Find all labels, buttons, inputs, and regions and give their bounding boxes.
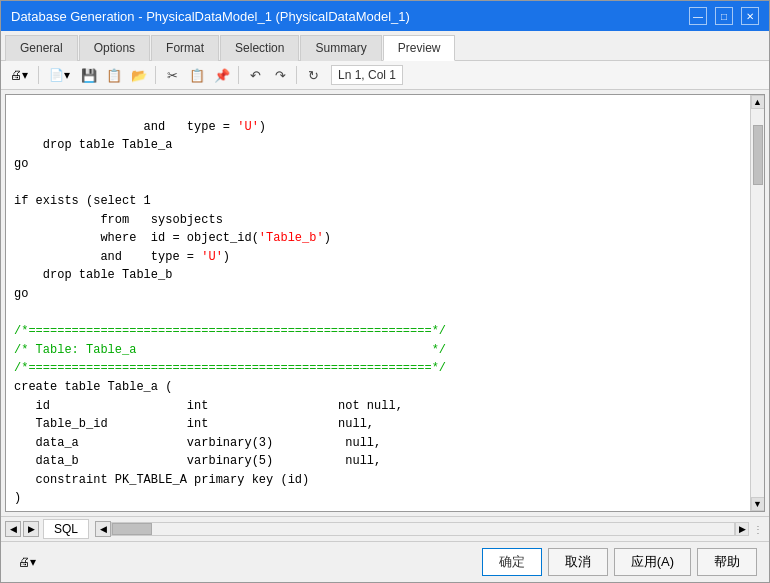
code-editor[interactable]: and type = 'U') drop table Table_a go if…	[6, 95, 750, 511]
tab-general[interactable]: General	[5, 35, 78, 61]
scrollbar-track[interactable]	[111, 522, 735, 536]
cut-button[interactable]: ✂	[161, 64, 183, 86]
save-as-button[interactable]: 📋	[103, 64, 125, 86]
toolbar-print-dropdown[interactable]: 🖨 ▾	[5, 65, 33, 85]
separator-2	[155, 66, 156, 84]
tab-format[interactable]: Format	[151, 35, 219, 61]
tab-summary[interactable]: Summary	[300, 35, 381, 61]
main-window: Database Generation - PhysicalDataModel_…	[0, 0, 770, 583]
editor-area: and type = 'U') drop table Table_a go if…	[5, 94, 765, 512]
footer: 🖨 ▾ 确定 取消 应用(A) 帮助	[1, 541, 769, 582]
tab-bar: General Options Format Selection Summary…	[1, 31, 769, 61]
separator-4	[296, 66, 297, 84]
apply-button[interactable]: 应用(A)	[614, 548, 691, 576]
maximize-button[interactable]: □	[715, 7, 733, 25]
cancel-button[interactable]: 取消	[548, 548, 608, 576]
footer-dropdown-arrow-icon: ▾	[30, 555, 36, 569]
vertical-scrollbar[interactable]: ▲ ▼	[750, 95, 764, 511]
open-button[interactable]: 📂	[128, 64, 150, 86]
tab-options[interactable]: Options	[79, 35, 150, 61]
horizontal-scroll-thumb[interactable]	[112, 523, 152, 535]
scroll-right-arrow[interactable]: ▶	[735, 522, 749, 536]
refresh-button[interactable]: ↻	[302, 64, 324, 86]
cursor-position: Ln 1, Col 1	[331, 65, 403, 85]
footer-left-area: 🖨 ▾	[13, 552, 41, 572]
minimize-button[interactable]: —	[689, 7, 707, 25]
save-button[interactable]: 💾	[78, 64, 100, 86]
scroll-down-arrow[interactable]: ▼	[751, 497, 765, 511]
file-icon: 📄	[49, 68, 64, 82]
title-bar: Database Generation - PhysicalDataModel_…	[1, 1, 769, 31]
toolbar: 🖨 ▾ 📄 ▾ 💾 📋 📂 ✂ 📋 📌 ↶ ↷ ↻ Ln 1, Col 1	[1, 61, 769, 90]
print-icon: 🖨	[10, 68, 22, 82]
undo-button[interactable]: ↶	[244, 64, 266, 86]
tab-left-arrow[interactable]: ◀	[5, 521, 21, 537]
horizontal-scrollbar: ◀ ▶	[95, 521, 749, 537]
footer-buttons: 确定 取消 应用(A) 帮助	[482, 548, 757, 576]
window-controls: — □ ✕	[689, 7, 759, 25]
toolbar-file-dropdown[interactable]: 📄 ▾	[44, 65, 75, 85]
tab-right-arrow[interactable]: ▶	[23, 521, 39, 537]
tab-preview[interactable]: Preview	[383, 35, 456, 61]
footer-print-dropdown[interactable]: 🖨 ▾	[13, 552, 41, 572]
confirm-button[interactable]: 确定	[482, 548, 542, 576]
dropdown-arrow-icon: ▾	[22, 68, 28, 82]
separator-1	[38, 66, 39, 84]
tab-navigation: ◀ ▶	[5, 521, 39, 537]
tab-selection[interactable]: Selection	[220, 35, 299, 61]
scroll-up-arrow[interactable]: ▲	[751, 95, 765, 109]
scroll-left-arrow[interactable]: ◀	[95, 521, 111, 537]
close-button[interactable]: ✕	[741, 7, 759, 25]
help-button[interactable]: 帮助	[697, 548, 757, 576]
footer-print-icon: 🖨	[18, 555, 30, 569]
scroll-thumb[interactable]	[753, 125, 763, 185]
resize-grip-icon: ⋮	[751, 522, 765, 536]
dropdown-arrow-icon-2: ▾	[64, 68, 70, 82]
bottom-tab-sql[interactable]: SQL	[43, 519, 89, 539]
redo-button[interactable]: ↷	[269, 64, 291, 86]
bottom-tab-bar: ◀ ▶ SQL ◀ ▶ ⋮	[1, 516, 769, 541]
paste-button[interactable]: 📌	[211, 64, 233, 86]
window-title: Database Generation - PhysicalDataModel_…	[11, 9, 410, 24]
copy-button[interactable]: 📋	[186, 64, 208, 86]
separator-3	[238, 66, 239, 84]
